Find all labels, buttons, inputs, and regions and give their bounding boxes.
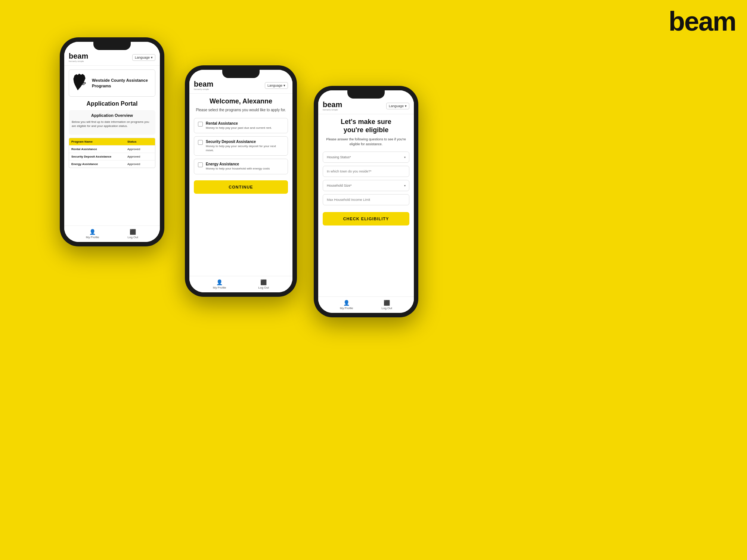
program-energy: Energy Assistance Money to help your hou…	[194, 159, 288, 174]
row-3-status: Approved	[125, 161, 155, 168]
page-title-1: Application Portal	[69, 100, 155, 107]
household-size-select[interactable]: Household Size*	[323, 180, 409, 191]
logout-label-1: Log Out	[128, 236, 138, 239]
profile-label-3: My Profile	[340, 307, 353, 310]
welcome-subtitle: Please select the programs you would lik…	[194, 108, 288, 113]
eligibility-title: Let's make sure you're eligible	[323, 118, 409, 134]
logout-button-1[interactable]: ⬛ Log Out	[128, 229, 138, 239]
profile-icon-2: 👤	[216, 279, 223, 285]
logout-icon-3: ⬛	[384, 300, 390, 306]
screen-2-footer: 👤 My Profile ⬛ Log Out	[189, 276, 292, 292]
table-row: Rental Assistance Approved	[69, 145, 155, 153]
language-button-1[interactable]: Language ▾	[132, 54, 155, 61]
phone-3: beam formerly simple Language ▾ Let's ma…	[314, 86, 418, 317]
table-row: Energy Assistance Approved	[69, 160, 155, 168]
wcap-logo-icon: W CAP	[72, 73, 89, 93]
logout-icon-1: ⬛	[130, 229, 136, 235]
logout-button-3[interactable]: ⬛ Log Out	[382, 300, 392, 310]
wcap-banner: W CAP Westside County Assistance Program…	[69, 69, 155, 97]
language-label-1: Language	[135, 56, 150, 59]
screen-3-content: beam formerly simple Language ▾ Let's ma…	[318, 90, 414, 313]
notch-3	[347, 90, 385, 99]
housing-status-wrapper: Housing Status* ▾	[323, 152, 409, 163]
beam-logo-3: beam	[323, 101, 342, 108]
row-2-status: Approved	[125, 153, 155, 160]
checkbox-rental[interactable]	[198, 122, 203, 127]
profile-label-1: My Profile	[86, 236, 99, 239]
housing-status-select[interactable]: Housing Status*	[323, 152, 409, 163]
my-profile-button-2[interactable]: 👤 My Profile	[213, 279, 226, 289]
logout-button-2[interactable]: ⬛ Log Out	[258, 279, 269, 289]
row-1-name: Rental Assistance	[69, 146, 125, 153]
program-security-deposit: Security Deposit Assistance Money to hel…	[194, 136, 288, 156]
program-rental: Rental Assistance Money to help pay your…	[194, 118, 288, 133]
brand-logo: beam	[669, 6, 736, 37]
language-button-3[interactable]: Language ▾	[386, 103, 409, 109]
wcap-title: Westside County Assistance Programs	[92, 78, 152, 88]
profile-label-2: My Profile	[213, 286, 226, 289]
beam-logo-1: beam	[69, 52, 88, 60]
logout-icon-2: ⬛	[260, 279, 267, 285]
table-row: Security Deposit Assistance Approved	[69, 153, 155, 160]
rental-desc: Money to help pay your past due and curr…	[206, 126, 272, 130]
town-input[interactable]	[323, 166, 409, 177]
col-status: Status	[125, 138, 155, 145]
screen-1-content: beam formerly simple Language ▾ W CAP	[64, 42, 160, 242]
screen-3-footer: 👤 My Profile ⬛ Log Out	[318, 296, 414, 313]
table-header: Program Name Status	[69, 138, 155, 145]
status-table: Program Name Status Rental Assistance Ap…	[69, 138, 155, 168]
energy-desc: Money to help your household with energy…	[206, 167, 270, 171]
rental-label: Rental Assistance	[206, 121, 272, 125]
row-3-name: Energy Assistance	[69, 161, 125, 168]
profile-icon-3: 👤	[343, 300, 350, 306]
chevron-down-icon-3: ▾	[405, 104, 407, 108]
energy-label: Energy Assistance	[206, 162, 270, 166]
screen-2-content: beam formerly simple Language ▾ Welcome,…	[189, 70, 292, 292]
language-label-2: Language	[267, 84, 282, 87]
profile-icon-1: 👤	[89, 229, 96, 235]
check-eligibility-button[interactable]: CHECK ELIGIBILITY	[323, 212, 409, 225]
phone-1: beam formerly simple Language ▾ W CAP	[60, 37, 164, 246]
row-1-status: Approved	[125, 146, 155, 153]
checkbox-energy[interactable]	[198, 162, 203, 167]
phone-2: beam formerly simple Language ▾ Welcome,…	[185, 65, 297, 297]
notch-1	[93, 42, 131, 50]
welcome-title: Welcome, Alexanne	[194, 97, 288, 105]
col-program-name: Program Name	[69, 138, 125, 145]
language-label-3: Language	[389, 104, 404, 108]
section-desc-1: Below you will find up to date informati…	[72, 120, 152, 128]
screen-1-footer: 👤 My Profile ⬛ Log Out	[64, 225, 160, 242]
california-silhouette	[73, 74, 85, 90]
checkbox-security-deposit[interactable]	[198, 140, 203, 145]
eligibility-description: Please answer the following questions to…	[323, 137, 409, 146]
continue-button[interactable]: CONTINUE	[194, 180, 288, 194]
chevron-down-icon-2: ▾	[283, 84, 285, 87]
my-profile-button-3[interactable]: 👤 My Profile	[340, 300, 353, 310]
beam-tagline-2: formerly simple	[194, 88, 213, 90]
section-title-1: Application Overview	[72, 113, 152, 118]
beam-logo-2: beam	[194, 80, 213, 88]
screen-1-body: W CAP Westside County Assistance Program…	[64, 66, 160, 225]
row-2-name: Security Deposit Assistance	[69, 153, 125, 160]
eligibility-title-line1: Let's make sure	[341, 118, 391, 125]
eligibility-title-line2: you're eligible	[344, 126, 388, 134]
notch-2	[222, 70, 260, 78]
language-button-2[interactable]: Language ▾	[265, 82, 288, 89]
security-deposit-desc: Money to help pay your security deposit …	[206, 144, 284, 152]
screen-3-body: Let's make sure you're eligible Please a…	[318, 114, 414, 296]
security-deposit-label: Security Deposit Assistance	[206, 140, 284, 144]
max-income-input[interactable]	[323, 194, 409, 205]
logout-label-2: Log Out	[258, 286, 269, 289]
logout-label-3: Log Out	[382, 307, 392, 310]
beam-tagline-3: formerly simple	[323, 109, 342, 111]
screen-2-body: Welcome, Alexanne Please select the prog…	[189, 94, 292, 276]
household-size-wrapper: Household Size* ▾	[323, 180, 409, 191]
my-profile-button-1[interactable]: 👤 My Profile	[86, 229, 99, 239]
chevron-down-icon-1: ▾	[151, 56, 153, 59]
beam-tagline-1: formerly simple	[69, 60, 88, 62]
